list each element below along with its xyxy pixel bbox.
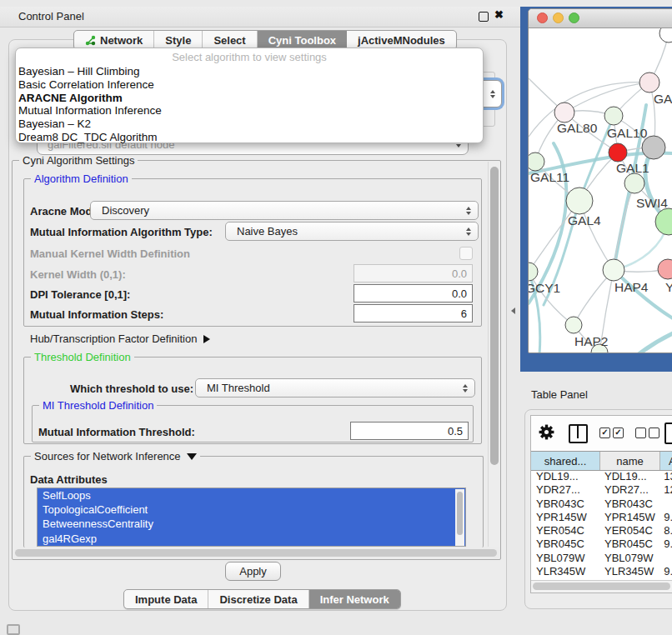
tab-impute-data[interactable]: Impute Data [124, 590, 208, 608]
table-row[interactable]: YBR045CYBR045C9. [531, 538, 672, 551]
horizontal-scrollbar-thumb[interactable] [15, 549, 497, 557]
dpi-tolerance-field[interactable]: 0.0 [354, 284, 473, 302]
table-cell: YDR27... [599, 483, 659, 497]
network-node-gal10[interactable] [604, 107, 623, 125]
collapsed-panel-icon[interactable] [7, 624, 20, 635]
table-row[interactable]: YPR145WYPR145W9. [531, 511, 672, 524]
aracne-mode-combobox[interactable]: Discovery [90, 201, 479, 220]
manual-kernel-label: Manual Kernel Width Definition [30, 248, 190, 260]
table-panel-title: Table Panel [531, 388, 588, 401]
combo-arrows-icon [466, 228, 471, 236]
list-scrollbar[interactable] [455, 489, 464, 547]
column-header-shared-name[interactable]: shared... [531, 452, 600, 470]
combo-value: MI Threshold [207, 382, 270, 394]
table-panel-inner: ✓ ✓ shared... name A YDL19...YDL19...13 … [530, 415, 672, 593]
table-row[interactable]: YDL19...YDL19...13 [531, 470, 672, 483]
splitter-collapse-icon[interactable] [511, 308, 515, 314]
table-row[interactable]: YLR345WYLR345W9. [531, 565, 672, 578]
panel-title: Control Panel [18, 10, 84, 22]
manual-kernel-checkbox[interactable] [459, 247, 473, 260]
algorithm-option[interactable]: Bayesian – Hill Climbing [16, 65, 483, 78]
table-cell [659, 552, 672, 565]
kernel-width-field[interactable]: 0.0 [354, 264, 473, 282]
network-window[interactable]: GAL GAL80 GAL10 GAL1 GAL11 SWI4 GAL4 GCY… [528, 8, 672, 353]
algorithm-option-selected[interactable]: ARACNE Algorithm [16, 92, 483, 105]
column-header-name[interactable]: name [600, 452, 660, 470]
node-label: SWI4 [636, 196, 668, 210]
data-attributes-label: Data Attributes [30, 473, 108, 486]
network-node[interactable] [659, 28, 672, 42]
network-node[interactable] [658, 259, 672, 279]
hub-definition-toggle[interactable]: Hub/Transcription Factor Definition [30, 332, 210, 345]
tab-cyni-toolbox[interactable]: Cyni Toolbox [258, 31, 347, 49]
table-cell: 13 [659, 470, 672, 483]
network-node-gal11[interactable] [529, 152, 544, 171]
algorithm-option[interactable]: Mutual Information Inference [16, 104, 483, 118]
node-label: GAL10 [607, 126, 648, 140]
table-row[interactable]: YER054CYER054C8. [531, 524, 672, 538]
table-row[interactable]: YBL079WYBL079W [531, 552, 672, 565]
table-cell: YDR27... [531, 483, 599, 497]
window-minimize-icon[interactable] [553, 12, 564, 23]
which-threshold-combobox[interactable]: MI Threshold [195, 378, 475, 398]
settings-vertical-scrollbar[interactable] [488, 162, 499, 547]
tab-jactivemnodules[interactable]: jActiveMNodules [347, 31, 456, 49]
file-icon[interactable] [664, 422, 672, 444]
apply-button[interactable]: Apply [225, 562, 281, 581]
control-panel-titlebar: Control Panel ✖ [0, 7, 521, 28]
algorithm-option[interactable]: Bayesian – K2 [16, 118, 483, 131]
table-cell: YDL19... [531, 470, 599, 483]
which-threshold-label: Which threshold to use: [70, 382, 193, 395]
attribute-item-selected[interactable]: TopologicalCoefficient [38, 502, 465, 517]
window-close-icon[interactable] [537, 12, 548, 23]
float-panel-icon[interactable] [479, 12, 489, 22]
tab-infer-network[interactable]: Infer Network [309, 590, 400, 608]
network-node[interactable] [639, 72, 659, 92]
network-node-gal80[interactable] [554, 102, 574, 122]
network-node-hap2[interactable] [565, 317, 582, 333]
tab-style[interactable]: Style [154, 31, 203, 49]
mi-type-combobox[interactable]: Naive Bayes [225, 222, 479, 241]
split-columns-icon[interactable] [569, 424, 588, 443]
column-header-partial[interactable]: A [660, 452, 672, 470]
network-window-titlebar[interactable] [529, 9, 672, 28]
mi-threshold-field[interactable]: 0.5 [350, 422, 469, 440]
unchecked-checkbox-icon[interactable] [649, 428, 659, 438]
table-rows: YDL19...YDL19...13 YDR27...YDR27...12 YB… [531, 470, 672, 592]
network-node-gal4[interactable] [566, 188, 593, 214]
network-node-gcy1[interactable] [529, 262, 538, 281]
table-row[interactable]: YBR043CYBR043C [531, 498, 672, 511]
table-cell: 8. [659, 524, 672, 538]
list-scrollbar-thumb[interactable] [457, 492, 463, 535]
algorithm-dropdown-popup: Select algorithm to view settings Bayesi… [15, 48, 484, 143]
tab-network[interactable]: Network [74, 31, 154, 49]
close-icon[interactable]: ✖ [494, 8, 504, 21]
vertical-scrollbar-thumb[interactable] [490, 167, 499, 465]
network-node-gal1[interactable] [609, 143, 627, 162]
table-scrollbar-thumb[interactable] [533, 582, 670, 590]
unchecked-checkbox-icon[interactable] [635, 428, 646, 438]
window-zoom-icon[interactable] [569, 12, 579, 23]
sources-toggle[interactable]: Sources for Network Inference [31, 450, 200, 462]
network-node-hap4[interactable] [603, 259, 624, 281]
table-cell: 9. [659, 565, 672, 578]
network-node[interactable] [624, 173, 644, 193]
tab-discretize-data[interactable]: Discretize Data [208, 590, 308, 608]
gear-icon[interactable] [538, 423, 555, 441]
cyni-bottom-tabs: Impute Data Discretize Data Infer Networ… [123, 589, 401, 609]
tab-label: Infer Network [320, 593, 389, 606]
network-canvas[interactable]: GAL GAL80 GAL10 GAL1 GAL11 SWI4 GAL4 GCY… [529, 28, 672, 353]
algorithm-option[interactable]: Basic Correlation Inference [16, 78, 483, 92]
checked-checkbox-icon[interactable]: ✓ [613, 428, 624, 438]
attribute-item-selected[interactable]: gal4RGexp [38, 532, 465, 546]
attribute-item-selected[interactable]: SelfLoops [38, 488, 465, 502]
tab-select[interactable]: Select [203, 31, 257, 49]
table-horizontal-scrollbar[interactable] [531, 580, 672, 592]
table-header-row: shared... name A [531, 451, 672, 471]
node-label: HAP2 [574, 334, 609, 348]
algorithm-option[interactable]: Dream8 DC_TDC Algorithm [16, 131, 483, 144]
checked-checkbox-icon[interactable]: ✓ [599, 428, 610, 438]
mi-steps-field[interactable]: 6 [354, 304, 473, 322]
attribute-item-selected[interactable]: BetweennessCentrality [38, 517, 465, 531]
table-row[interactable]: YDR27...YDR27...12 [531, 483, 672, 497]
